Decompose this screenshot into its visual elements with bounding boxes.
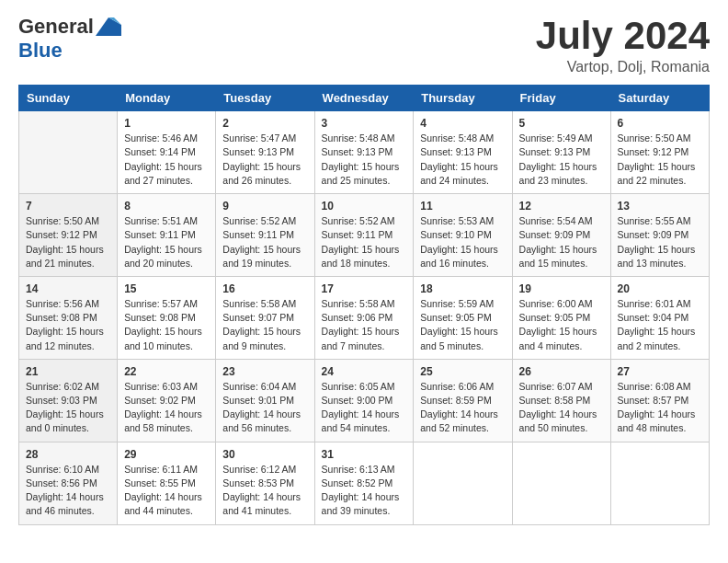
day-info: Sunrise: 5:53 AMSunset: 9:10 PMDaylight:… bbox=[420, 214, 505, 270]
calendar-cell: 19Sunrise: 6:00 AMSunset: 9:05 PMDayligh… bbox=[512, 276, 610, 359]
day-number: 22 bbox=[124, 365, 209, 378]
day-info: Sunrise: 5:49 AMSunset: 9:13 PMDaylight:… bbox=[519, 132, 604, 188]
logo-icon bbox=[96, 17, 121, 36]
calendar-cell: 30Sunrise: 6:12 AMSunset: 8:53 PMDayligh… bbox=[216, 442, 314, 524]
day-info: Sunrise: 6:10 AMSunset: 8:56 PMDaylight:… bbox=[26, 463, 110, 519]
day-number: 23 bbox=[222, 365, 307, 378]
day-number: 13 bbox=[618, 200, 702, 213]
header-friday: Friday bbox=[512, 86, 610, 111]
page-container: General Blue July 2024 Vartop, Dolj, Rom… bbox=[0, 0, 728, 540]
day-info: Sunrise: 6:04 AMSunset: 9:01 PMDaylight:… bbox=[222, 380, 307, 436]
day-info: Sunrise: 5:58 AMSunset: 9:07 PMDaylight:… bbox=[222, 297, 307, 353]
day-info: Sunrise: 5:56 AMSunset: 9:08 PMDaylight:… bbox=[26, 297, 110, 353]
calendar-header-row: Sunday Monday Tuesday Wednesday Thursday… bbox=[19, 86, 710, 111]
day-number: 6 bbox=[618, 117, 702, 130]
calendar-cell: 10Sunrise: 5:52 AMSunset: 9:11 PMDayligh… bbox=[314, 194, 414, 277]
day-number: 18 bbox=[420, 282, 505, 295]
day-info: Sunrise: 5:48 AMSunset: 9:13 PMDaylight:… bbox=[322, 132, 407, 188]
day-info: Sunrise: 6:05 AMSunset: 9:00 PMDaylight:… bbox=[322, 380, 407, 436]
day-number: 19 bbox=[519, 282, 604, 295]
calendar-cell: 6Sunrise: 5:50 AMSunset: 9:12 PMDaylight… bbox=[610, 111, 709, 194]
day-number: 17 bbox=[322, 282, 407, 295]
day-info: Sunrise: 5:58 AMSunset: 9:06 PMDaylight:… bbox=[322, 297, 407, 353]
calendar-cell: 9Sunrise: 5:52 AMSunset: 9:11 PMDaylight… bbox=[216, 194, 314, 277]
day-number: 1 bbox=[124, 117, 209, 130]
week-row-1: 1Sunrise: 5:46 AMSunset: 9:14 PMDaylight… bbox=[19, 111, 710, 194]
day-number: 21 bbox=[26, 365, 110, 378]
calendar-cell bbox=[19, 111, 118, 194]
day-number: 12 bbox=[519, 200, 604, 213]
day-number: 26 bbox=[519, 365, 604, 378]
day-info: Sunrise: 6:12 AMSunset: 8:53 PMDaylight:… bbox=[222, 463, 307, 519]
day-number: 14 bbox=[26, 282, 110, 295]
day-number: 11 bbox=[420, 200, 505, 213]
day-number: 3 bbox=[322, 117, 407, 130]
calendar-cell bbox=[512, 442, 610, 524]
calendar-cell: 26Sunrise: 6:07 AMSunset: 8:58 PMDayligh… bbox=[512, 359, 610, 442]
day-info: Sunrise: 5:52 AMSunset: 9:11 PMDaylight:… bbox=[322, 214, 407, 270]
calendar-cell: 28Sunrise: 6:10 AMSunset: 8:56 PMDayligh… bbox=[19, 442, 118, 524]
day-number: 5 bbox=[519, 117, 604, 130]
day-info: Sunrise: 5:57 AMSunset: 9:08 PMDaylight:… bbox=[124, 297, 209, 353]
day-number: 30 bbox=[222, 448, 307, 461]
svg-marker-0 bbox=[96, 17, 121, 36]
calendar-cell: 3Sunrise: 5:48 AMSunset: 9:13 PMDaylight… bbox=[314, 111, 414, 194]
day-info: Sunrise: 5:52 AMSunset: 9:11 PMDaylight:… bbox=[222, 214, 307, 270]
calendar-cell: 27Sunrise: 6:08 AMSunset: 8:57 PMDayligh… bbox=[610, 359, 709, 442]
calendar-cell: 20Sunrise: 6:01 AMSunset: 9:04 PMDayligh… bbox=[610, 276, 709, 359]
calendar-cell: 7Sunrise: 5:50 AMSunset: 9:12 PMDaylight… bbox=[19, 194, 118, 277]
day-info: Sunrise: 5:51 AMSunset: 9:11 PMDaylight:… bbox=[124, 214, 209, 270]
day-number: 9 bbox=[222, 200, 307, 213]
calendar-cell: 21Sunrise: 6:02 AMSunset: 9:03 PMDayligh… bbox=[19, 359, 118, 442]
calendar-cell: 22Sunrise: 6:03 AMSunset: 9:02 PMDayligh… bbox=[118, 359, 216, 442]
day-info: Sunrise: 5:48 AMSunset: 9:13 PMDaylight:… bbox=[420, 132, 505, 188]
day-number: 10 bbox=[322, 200, 407, 213]
day-number: 25 bbox=[420, 365, 505, 378]
day-number: 24 bbox=[322, 365, 407, 378]
day-info: Sunrise: 6:11 AMSunset: 8:55 PMDaylight:… bbox=[124, 463, 209, 519]
header-monday: Monday bbox=[118, 86, 216, 111]
logo: General Blue bbox=[18, 15, 121, 63]
logo-general-text: General bbox=[18, 15, 94, 39]
day-info: Sunrise: 6:03 AMSunset: 9:02 PMDaylight:… bbox=[124, 380, 209, 436]
day-number: 27 bbox=[618, 365, 702, 378]
header-sunday: Sunday bbox=[19, 86, 118, 111]
header: General Blue July 2024 Vartop, Dolj, Rom… bbox=[18, 15, 710, 75]
day-number: 8 bbox=[124, 200, 209, 213]
calendar-cell bbox=[610, 442, 709, 524]
day-info: Sunrise: 6:13 AMSunset: 8:52 PMDaylight:… bbox=[322, 463, 407, 519]
day-number: 16 bbox=[222, 282, 307, 295]
title-section: July 2024 Vartop, Dolj, Romania bbox=[536, 15, 710, 75]
header-wednesday: Wednesday bbox=[314, 86, 414, 111]
calendar-cell: 8Sunrise: 5:51 AMSunset: 9:11 PMDaylight… bbox=[118, 194, 216, 277]
day-number: 28 bbox=[26, 448, 110, 461]
location-title: Vartop, Dolj, Romania bbox=[536, 59, 710, 75]
calendar-cell: 24Sunrise: 6:05 AMSunset: 9:00 PMDayligh… bbox=[314, 359, 414, 442]
day-info: Sunrise: 6:07 AMSunset: 8:58 PMDaylight:… bbox=[519, 380, 604, 436]
calendar: Sunday Monday Tuesday Wednesday Thursday… bbox=[18, 85, 710, 524]
day-info: Sunrise: 5:59 AMSunset: 9:05 PMDaylight:… bbox=[420, 297, 505, 353]
day-info: Sunrise: 5:46 AMSunset: 9:14 PMDaylight:… bbox=[124, 132, 209, 188]
week-row-5: 28Sunrise: 6:10 AMSunset: 8:56 PMDayligh… bbox=[19, 442, 710, 524]
logo-blue-text: Blue bbox=[18, 39, 63, 63]
day-number: 7 bbox=[26, 200, 110, 213]
day-info: Sunrise: 6:02 AMSunset: 9:03 PMDaylight:… bbox=[26, 380, 110, 436]
header-thursday: Thursday bbox=[414, 86, 512, 111]
calendar-cell: 12Sunrise: 5:54 AMSunset: 9:09 PMDayligh… bbox=[512, 194, 610, 277]
month-title: July 2024 bbox=[536, 15, 710, 57]
calendar-cell: 18Sunrise: 5:59 AMSunset: 9:05 PMDayligh… bbox=[414, 276, 512, 359]
day-number: 4 bbox=[420, 117, 505, 130]
day-info: Sunrise: 6:06 AMSunset: 8:59 PMDaylight:… bbox=[420, 380, 505, 436]
calendar-cell: 5Sunrise: 5:49 AMSunset: 9:13 PMDaylight… bbox=[512, 111, 610, 194]
day-info: Sunrise: 5:50 AMSunset: 9:12 PMDaylight:… bbox=[26, 214, 110, 270]
day-info: Sunrise: 5:47 AMSunset: 9:13 PMDaylight:… bbox=[222, 132, 307, 188]
calendar-cell: 25Sunrise: 6:06 AMSunset: 8:59 PMDayligh… bbox=[414, 359, 512, 442]
calendar-cell: 14Sunrise: 5:56 AMSunset: 9:08 PMDayligh… bbox=[19, 276, 118, 359]
calendar-cell: 15Sunrise: 5:57 AMSunset: 9:08 PMDayligh… bbox=[118, 276, 216, 359]
calendar-cell: 13Sunrise: 5:55 AMSunset: 9:09 PMDayligh… bbox=[610, 194, 709, 277]
day-info: Sunrise: 5:54 AMSunset: 9:09 PMDaylight:… bbox=[519, 214, 604, 270]
day-number: 31 bbox=[322, 448, 407, 461]
day-info: Sunrise: 6:08 AMSunset: 8:57 PMDaylight:… bbox=[618, 380, 702, 436]
calendar-cell: 16Sunrise: 5:58 AMSunset: 9:07 PMDayligh… bbox=[216, 276, 314, 359]
week-row-2: 7Sunrise: 5:50 AMSunset: 9:12 PMDaylight… bbox=[19, 194, 710, 277]
